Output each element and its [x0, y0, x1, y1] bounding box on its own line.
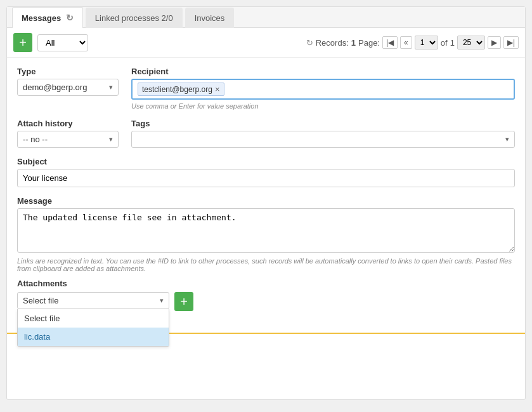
tab-messages[interactable]: Messages ↻ — [12, 7, 83, 28]
first-page-button[interactable]: |◀ — [382, 36, 398, 49]
dropdown-item-lic-data[interactable]: lic.data — [18, 328, 169, 346]
message-label: Message — [17, 196, 515, 206]
attach-history-chevron-icon: ▾ — [109, 135, 113, 143]
file-select-label: Select file — [23, 296, 58, 305]
subject-label: Subject — [17, 157, 515, 166]
attach-history-value: -- no -- — [23, 135, 48, 144]
main-container: Messages ↻ Linked processes 2/0 Invoices… — [6, 6, 526, 400]
attachment-row: Select file ▾ Select file lic.data + — [17, 292, 515, 311]
add-button[interactable]: + — [13, 33, 32, 52]
page-total: 1 — [450, 38, 455, 48]
type-select[interactable]: demo@bgerp.org ▾ — [17, 79, 119, 96]
page-size-select[interactable]: 25 — [457, 36, 485, 50]
last-page-button[interactable]: ▶| — [503, 36, 519, 49]
attach-history-select[interactable]: -- no -- ▾ — [17, 131, 119, 148]
tab-messages-label: Messages — [22, 13, 61, 23]
tab-invoices[interactable]: Invoices — [185, 8, 235, 28]
subject-input[interactable] — [17, 169, 515, 187]
dropdown-item-select-file[interactable]: Select file — [18, 309, 169, 328]
type-group: Type demo@bgerp.org ▾ — [17, 67, 119, 110]
file-select-button[interactable]: Select file ▾ — [17, 292, 169, 309]
records-count: 1 — [351, 38, 356, 48]
recipient-label: Recipient — [131, 67, 515, 76]
recipient-group: Recipient testclient@bgerp.org × Use com… — [131, 67, 515, 110]
recipient-tag: testclient@bgerp.org × — [138, 83, 224, 96]
recipient-tag-remove[interactable]: × — [215, 84, 220, 94]
page-of-label: of — [441, 38, 448, 48]
file-select-container: Select file ▾ Select file lic.data — [17, 292, 169, 309]
type-value: demo@bgerp.org — [23, 83, 87, 92]
toolbar: + All ↻ Records: 1 Page: |◀ « 1 of 1 25 … — [7, 28, 525, 58]
type-recipient-row: Type demo@bgerp.org ▾ Recipient testclie… — [17, 67, 515, 110]
tags-group: Tags ▾ — [131, 119, 515, 148]
subject-group: Subject — [17, 157, 515, 187]
file-dropdown-menu: Select file lic.data — [17, 309, 169, 347]
message-group: Message The updated license file see in … — [17, 196, 515, 272]
dropdown-item-select-file-label: Select file — [24, 314, 60, 323]
next-button[interactable]: ▶ — [488, 36, 501, 49]
tabs-bar: Messages ↻ Linked processes 2/0 Invoices — [7, 7, 525, 28]
tab-linked-processes-label: Linked processes 2/0 — [95, 13, 173, 23]
file-select-chevron-icon: ▾ — [160, 296, 164, 305]
tags-select[interactable]: ▾ — [131, 131, 515, 148]
pagination-refresh-icon[interactable]: ↻ — [306, 38, 313, 48]
attach-history-group: Attach history -- no -- ▾ — [17, 119, 119, 148]
add-attachment-button[interactable]: + — [174, 292, 193, 311]
attach-history-label: Attach history — [17, 119, 119, 128]
recipient-tag-value: testclient@bgerp.org — [142, 85, 212, 94]
form-area: Type demo@bgerp.org ▾ Recipient testclie… — [7, 58, 525, 320]
prev-prev-button[interactable]: « — [400, 36, 412, 49]
type-chevron-icon: ▾ — [109, 83, 113, 91]
records-label: Records: — [316, 38, 349, 48]
page-select[interactable]: 1 — [415, 36, 438, 50]
recipient-input[interactable]: testclient@bgerp.org × — [131, 79, 515, 100]
tags-label: Tags — [131, 119, 515, 128]
recipient-hint: Use comma or Enter for value separation — [131, 102, 515, 110]
attachments-section: Attachments Select file ▾ Select file li… — [17, 279, 515, 311]
tab-invoices-label: Invoices — [195, 13, 225, 23]
dropdown-item-lic-data-label: lic.data — [24, 332, 50, 342]
type-label: Type — [17, 67, 119, 76]
page-label: Page: — [358, 38, 380, 48]
tab-linked-processes[interactable]: Linked processes 2/0 — [86, 8, 183, 28]
tab-refresh-icon[interactable]: ↻ — [66, 13, 74, 23]
attach-tags-row: Attach history -- no -- ▾ Tags ▾ — [17, 119, 515, 148]
attachments-label: Attachments — [17, 279, 515, 288]
pagination-info: ↻ Records: 1 Page: |◀ « 1 of 1 25 ▶ ▶| — [306, 36, 519, 50]
filter-select[interactable]: All — [37, 34, 88, 51]
message-hint: Links are recognized in text. You can us… — [17, 257, 515, 272]
tags-chevron-icon: ▾ — [505, 135, 509, 143]
message-textarea[interactable]: The updated license file see in attachme… — [17, 208, 515, 253]
